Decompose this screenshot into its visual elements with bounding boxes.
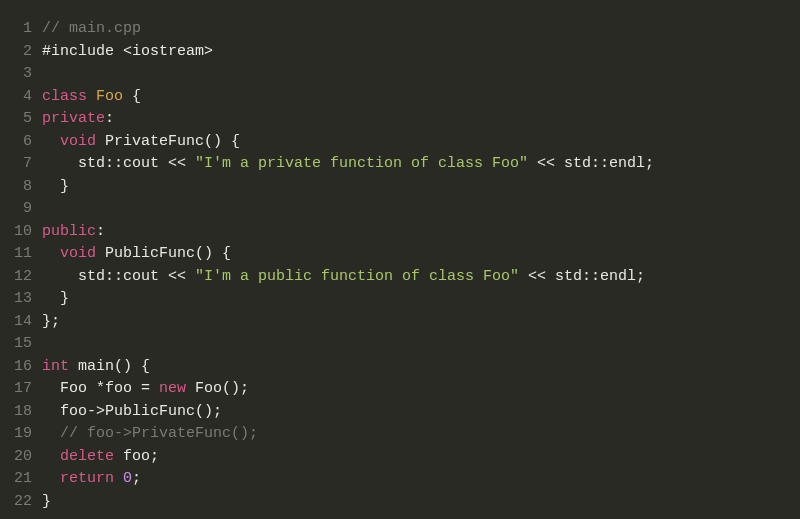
- code-token: [42, 470, 60, 487]
- code-content: std::cout << "I'm a private function of …: [42, 153, 800, 176]
- line-number: 13: [0, 288, 42, 311]
- code-line: 14};: [0, 311, 800, 334]
- code-token: std::cout <<: [42, 155, 195, 172]
- code-token: :: [96, 223, 105, 240]
- line-number: 4: [0, 86, 42, 109]
- code-token: "I'm a private function of class Foo": [195, 155, 528, 172]
- code-line: 22}: [0, 491, 800, 514]
- code-content: [42, 63, 800, 86]
- code-content: // main.cpp: [42, 18, 800, 41]
- code-token: ();: [195, 403, 222, 420]
- code-token: [42, 133, 60, 150]
- code-content: private:: [42, 108, 800, 131]
- code-token: public: [42, 223, 96, 240]
- code-content: [42, 198, 800, 221]
- code-content: #include <iostream>: [42, 41, 800, 64]
- code-line: 20 delete foo;: [0, 446, 800, 469]
- code-token: [96, 133, 105, 150]
- code-token: <iostream>: [123, 43, 213, 60]
- line-number: 1: [0, 18, 42, 41]
- code-token: {: [123, 88, 141, 105]
- code-token: delete: [60, 448, 114, 465]
- line-number: 22: [0, 491, 42, 514]
- code-line: 6 void PrivateFunc() {: [0, 131, 800, 154]
- code-content: delete foo;: [42, 446, 800, 469]
- code-content: }: [42, 176, 800, 199]
- code-line: 5private:: [0, 108, 800, 131]
- code-line: 8 }: [0, 176, 800, 199]
- code-token: () {: [114, 358, 150, 375]
- code-token: #include: [42, 43, 123, 60]
- code-token: class: [42, 88, 96, 105]
- line-number: 11: [0, 243, 42, 266]
- line-number: 2: [0, 41, 42, 64]
- line-number: 21: [0, 468, 42, 491]
- code-content: [42, 333, 800, 356]
- code-token: << std::endl;: [519, 268, 645, 285]
- code-editor: 1// main.cpp2#include <iostream>34class …: [0, 18, 800, 513]
- code-content: }: [42, 491, 800, 514]
- code-line: 9: [0, 198, 800, 221]
- code-line: 2#include <iostream>: [0, 41, 800, 64]
- code-token: };: [42, 313, 60, 330]
- code-token: PublicFunc: [105, 403, 195, 420]
- code-line: 11 void PublicFunc() {: [0, 243, 800, 266]
- code-token: [42, 425, 60, 442]
- code-line: 1// main.cpp: [0, 18, 800, 41]
- code-line: 15: [0, 333, 800, 356]
- code-content: void PublicFunc() {: [42, 243, 800, 266]
- code-token: 0: [123, 470, 132, 487]
- code-line: 12 std::cout << "I'm a public function o…: [0, 266, 800, 289]
- line-number: 19: [0, 423, 42, 446]
- code-line: 7 std::cout << "I'm a private function o…: [0, 153, 800, 176]
- code-token: [42, 448, 60, 465]
- line-number: 15: [0, 333, 42, 356]
- code-content: std::cout << "I'm a public function of c…: [42, 266, 800, 289]
- code-line: 17 Foo *foo = new Foo();: [0, 378, 800, 401]
- code-line: 16int main() {: [0, 356, 800, 379]
- code-token: [42, 245, 60, 262]
- code-line: 13 }: [0, 288, 800, 311]
- code-line: 19 // foo->PrivateFunc();: [0, 423, 800, 446]
- line-number: 3: [0, 63, 42, 86]
- code-token: PrivateFunc: [105, 133, 204, 150]
- code-content: public:: [42, 221, 800, 244]
- code-token: int: [42, 358, 69, 375]
- code-token: private: [42, 110, 105, 127]
- line-number: 16: [0, 356, 42, 379]
- code-line: 10public:: [0, 221, 800, 244]
- code-token: }: [42, 290, 69, 307]
- code-token: // foo->PrivateFunc();: [60, 425, 258, 442]
- code-token: main: [78, 358, 114, 375]
- code-token: "I'm a public function of class Foo": [195, 268, 519, 285]
- code-token: [69, 358, 78, 375]
- line-number: 18: [0, 401, 42, 424]
- code-token: // main.cpp: [42, 20, 141, 37]
- code-token: return: [60, 470, 114, 487]
- code-token: new: [159, 380, 186, 397]
- line-number: 12: [0, 266, 42, 289]
- code-token: [114, 470, 123, 487]
- code-token: foo->: [42, 403, 105, 420]
- code-content: // foo->PrivateFunc();: [42, 423, 800, 446]
- code-token: void: [60, 245, 96, 262]
- code-token: Foo *foo =: [42, 380, 159, 397]
- code-token: Foo();: [186, 380, 249, 397]
- code-content: void PrivateFunc() {: [42, 131, 800, 154]
- line-number: 10: [0, 221, 42, 244]
- code-token: PublicFunc: [105, 245, 195, 262]
- line-number: 6: [0, 131, 42, 154]
- line-number: 7: [0, 153, 42, 176]
- code-token: << std::endl;: [528, 155, 654, 172]
- code-token: std::cout <<: [42, 268, 195, 285]
- line-number: 14: [0, 311, 42, 334]
- code-content: class Foo {: [42, 86, 800, 109]
- line-number: 8: [0, 176, 42, 199]
- code-token: foo;: [114, 448, 159, 465]
- code-content: int main() {: [42, 356, 800, 379]
- line-number: 9: [0, 198, 42, 221]
- code-content: foo->PublicFunc();: [42, 401, 800, 424]
- line-number: 5: [0, 108, 42, 131]
- code-line: 4class Foo {: [0, 86, 800, 109]
- line-number: 20: [0, 446, 42, 469]
